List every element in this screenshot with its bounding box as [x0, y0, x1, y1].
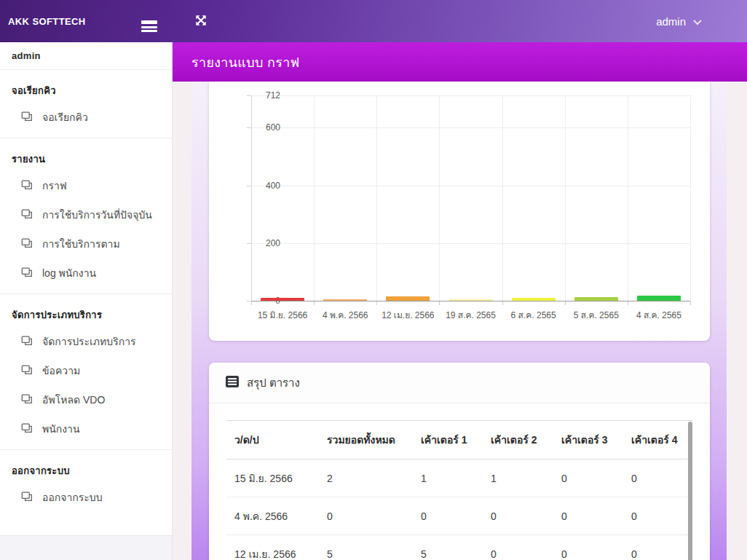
chart-bar[interactable]	[386, 296, 430, 301]
sidebar-toggle-button[interactable]	[131, 0, 167, 42]
row-value-cell: 0	[553, 535, 623, 560]
sidebar-item[interactable]: log พนักงาน	[0, 259, 172, 288]
row-value-cell: 0	[623, 497, 692, 535]
y-axis-tick-label: 600	[251, 122, 280, 133]
pages-icon	[21, 492, 33, 504]
chart-bar[interactable]	[512, 298, 556, 301]
hamburger-icon	[141, 20, 157, 23]
chart-gridline-horizontal	[251, 95, 690, 96]
row-value-cell: 5	[319, 535, 413, 560]
sidebar-item[interactable]: ข้อความ	[0, 356, 172, 385]
sidebar-item[interactable]: ออกจากระบบ	[0, 483, 172, 512]
pages-icon	[21, 336, 33, 348]
summary-column-header: เค้าเตอร์ 1	[413, 421, 483, 460]
row-value-cell: 0	[553, 460, 623, 497]
chart-bar[interactable]	[323, 299, 367, 301]
row-value-cell: 2	[319, 460, 413, 497]
bar-chart: 020040060071215 มิ.ย. 25664 พ.ค. 256612 …	[251, 95, 690, 301]
sidebar-item[interactable]: กราฟ	[0, 171, 172, 200]
top-navbar: AKK SOFTTECH admin	[0, 0, 747, 42]
user-menu-label: admin	[656, 15, 686, 28]
y-axis-tick-label: 200	[251, 238, 280, 248]
row-value-cell: 1	[413, 460, 483, 497]
chart-gridline-vertical	[565, 95, 566, 301]
chart-gridline-horizontal	[251, 127, 690, 128]
brand-logo[interactable]: AKK SOFTTECH	[0, 16, 131, 27]
x-axis-tick	[314, 301, 315, 305]
x-axis-tick	[251, 301, 252, 305]
x-axis-category-label: 4 พ.ค. 2566	[309, 308, 382, 322]
expand-arrows-icon	[194, 13, 208, 30]
sidebar-item[interactable]: จัดการประเภทบริการ	[0, 327, 172, 356]
sidebar-item-label: จัดการประเภทบริการ	[42, 334, 136, 350]
row-value-cell: 0	[623, 460, 692, 497]
row-date-cell: 4 พ.ค. 2566	[226, 497, 319, 535]
summary-table: ว/ด/ปรวมยอดทั้งหมดเค้าเตอร์ 1เค้าเตอร์ 2…	[226, 420, 692, 560]
sidebar-item-label: log พนักงาน	[42, 265, 96, 281]
x-axis-category-label: 5 ส.ค. 2565	[560, 308, 633, 322]
sidebar: admin จอเรียกคิวจอเรียกคิวรายงานกราฟการใ…	[0, 42, 173, 560]
chart-bar[interactable]	[261, 298, 304, 301]
chart-gridline-horizontal	[251, 186, 690, 186]
pages-icon	[21, 111, 33, 124]
row-value-cell: 0	[553, 497, 623, 535]
x-axis-tick	[439, 301, 440, 305]
chart-gridline-vertical	[439, 95, 440, 301]
chart-bar[interactable]	[574, 297, 618, 301]
row-value-cell: 0	[413, 497, 483, 535]
sidebar-item-label: การใช้บริการตาม	[42, 236, 120, 252]
sidebar-item[interactable]: พนักงาน	[0, 414, 172, 443]
pages-icon	[21, 423, 33, 435]
fullscreen-button[interactable]	[183, 0, 218, 42]
sidebar-item-label: จอเรียกคิว	[42, 109, 88, 125]
y-axis-tick-label: 400	[251, 181, 280, 191]
table-scrollbar-thumb[interactable]	[688, 422, 692, 560]
sidebar-section-header: ออกจากระบบ	[0, 453, 172, 483]
x-axis-category-label: 19 ส.ค. 2565	[435, 308, 507, 322]
row-value-cell: 0	[319, 497, 413, 535]
sidebar-item[interactable]: จอเรียกคิว	[0, 103, 172, 132]
table-list-icon	[226, 376, 239, 390]
summary-card-title: สรุป ตาราง	[247, 374, 300, 392]
sidebar-section: จอเรียกคิวจอเรียกคิว	[0, 70, 172, 138]
sidebar-section-header: จัดการประเภทบริการ	[0, 297, 172, 327]
row-value-cell: 1	[483, 460, 553, 497]
x-axis-tick	[565, 301, 566, 305]
sidebar-section: ออกจากระบบออกจากระบบ	[0, 450, 172, 518]
chevron-down-icon	[693, 15, 702, 28]
summary-column-header: เค้าเตอร์ 2	[483, 421, 553, 460]
sidebar-item-label: อัพโหลด VDO	[42, 392, 105, 408]
summary-column-header: ว/ด/ป	[226, 421, 319, 460]
sidebar-item-label: กราฟ	[42, 178, 67, 194]
sidebar-item[interactable]: อัพโหลด VDO	[0, 385, 172, 414]
sidebar-user-label: admin	[0, 42, 172, 70]
summary-table-wrapper: ว/ด/ปรวมยอดทั้งหมดเค้าเตอร์ 1เค้าเตอร์ 2…	[226, 420, 692, 560]
user-menu[interactable]: admin	[656, 15, 702, 28]
sidebar-item-label: ออกจากระบบ	[42, 489, 103, 505]
x-axis-tick	[502, 301, 503, 305]
sidebar-item-label: การใช้บริการวันที่ปัจจุบัน	[42, 207, 152, 223]
summary-card-header: สรุป ตาราง	[209, 363, 710, 403]
pages-icon	[21, 209, 33, 221]
x-axis-category-label: 4 ส.ค. 2565	[622, 308, 695, 322]
summary-column-header: รวมยอดทั้งหมด	[319, 421, 413, 460]
content-area: 020040060071215 มิ.ย. 25664 พ.ค. 256612 …	[173, 82, 747, 560]
sidebar-item[interactable]: การใช้บริการวันที่ปัจจุบัน	[0, 200, 172, 229]
x-axis-category-label: 15 มิ.ย. 2566	[246, 308, 319, 322]
x-axis-tick	[628, 301, 628, 305]
chart-bar[interactable]	[637, 296, 681, 301]
sidebar-item-label: พนักงาน	[42, 421, 80, 437]
row-value-cell: 0	[483, 535, 553, 560]
chart-bar[interactable]	[449, 299, 493, 301]
table-row: 15 มิ.ย. 256621100	[226, 460, 692, 497]
row-value-cell: 0	[483, 497, 553, 535]
pages-icon	[21, 267, 33, 280]
x-axis-tick	[690, 301, 691, 305]
row-date-cell: 15 มิ.ย. 2566	[226, 460, 319, 497]
sidebar-section: รายงานกราฟการใช้บริการวันที่ปัจจุบันการใ…	[0, 138, 172, 294]
sidebar-footer	[0, 535, 172, 560]
x-axis-category-label: 6 ส.ค. 2565	[497, 308, 570, 322]
sidebar-item[interactable]: การใช้บริการตาม	[0, 229, 172, 259]
sidebar-item-label: ข้อความ	[42, 363, 80, 379]
pages-icon	[21, 365, 33, 377]
